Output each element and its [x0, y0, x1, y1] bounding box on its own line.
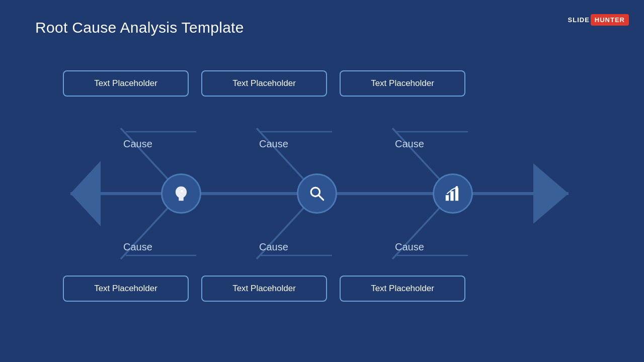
search-icon: [307, 184, 327, 203]
text-box-top-2[interactable]: Text Placeholder: [201, 70, 327, 97]
svg-marker-2: [533, 163, 569, 224]
page-title: Root Cause Analysis Template: [35, 19, 244, 36]
svg-point-21: [456, 186, 458, 189]
cause-label-top-1: Cause: [123, 138, 152, 150]
svg-rect-18: [446, 195, 449, 201]
cause-label-bottom-2: Cause: [259, 241, 288, 253]
circle-3: [433, 173, 473, 214]
text-box-top-3[interactable]: Text Placeholder: [340, 70, 465, 97]
cause-label-top-2: Cause: [259, 138, 288, 150]
logo: SLIDE HUNTER: [568, 14, 629, 26]
circle-1: [161, 173, 201, 214]
text-box-bottom-1[interactable]: Text Placeholder: [63, 276, 189, 302]
text-box-top-1[interactable]: Text Placeholder: [63, 70, 189, 97]
cause-label-top-3: Cause: [395, 138, 424, 150]
text-box-bottom-3[interactable]: Text Placeholder: [340, 276, 465, 302]
text-box-bottom-2[interactable]: Text Placeholder: [201, 276, 327, 302]
circle-2: [297, 173, 337, 214]
svg-rect-19: [450, 191, 453, 201]
svg-line-17: [318, 195, 324, 200]
logo-hunter-text: HUNTER: [591, 14, 629, 26]
chart-icon: [443, 184, 462, 203]
svg-marker-1: [70, 161, 101, 226]
logo-slide-text: SLIDE: [568, 16, 590, 24]
cause-label-bottom-3: Cause: [395, 241, 424, 253]
brain-gear-icon: [172, 184, 191, 203]
cause-label-bottom-1: Cause: [123, 241, 152, 253]
fishbone-diagram: Cause Cause Cause Cause Cause Cause Text…: [25, 55, 629, 332]
svg-rect-20: [455, 188, 458, 201]
